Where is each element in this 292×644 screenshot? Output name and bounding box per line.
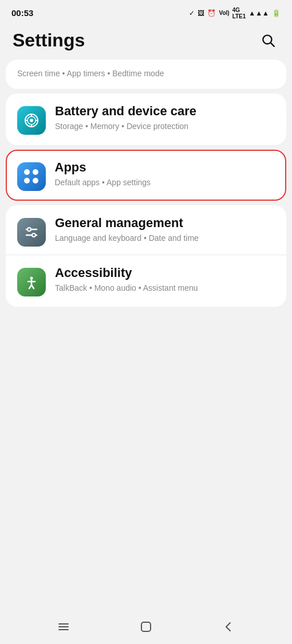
apps-item-text: Apps Default apps • App settings — [55, 160, 275, 189]
settings-item-general[interactable]: General management Language and keyboard… — [6, 205, 286, 255]
settings-item-accessibility[interactable]: Accessibility TalkBack • Mono audio • As… — [6, 255, 286, 307]
svg-line-1 — [271, 43, 274, 46]
settings-list: Screen time • App timers • Bedtime mode … — [0, 60, 292, 307]
settings-item-apps[interactable]: Apps Default apps • App settings — [6, 150, 286, 201]
vol-icon: Vol) — [219, 10, 229, 16]
recent-apps-icon — [57, 620, 70, 634]
lte-icon: 4GLTE1 — [232, 7, 246, 19]
battery-device-icon — [23, 112, 40, 128]
general-icon-wrapper — [17, 218, 46, 247]
general-item-title: General management — [55, 216, 275, 231]
accessibility-item-title: Accessibility — [55, 266, 275, 280]
battery-item-subtitle: Storage • Memory • Device protection — [55, 121, 275, 132]
general-item-text: General management Language and keyboard… — [55, 216, 275, 244]
home-button[interactable] — [133, 614, 159, 640]
settings-item-battery[interactable]: Battery and device care Storage • Memory… — [6, 93, 286, 145]
page-header: Settings — [0, 23, 292, 60]
settings-card-general-accessibility: General management Language and keyboard… — [6, 205, 286, 307]
battery-icon-wrapper — [17, 106, 46, 135]
apps-item-title: Apps — [55, 160, 275, 175]
apps-icon-wrapper — [17, 162, 46, 191]
apps-item-subtitle: Default apps • App settings — [55, 177, 275, 189]
battery-item-title: Battery and device care — [55, 104, 275, 119]
general-management-icon — [24, 225, 39, 240]
svg-point-10 — [27, 228, 31, 231]
signal-icon: ▲▲▲ — [248, 9, 269, 17]
accessibility-icon — [24, 275, 39, 290]
battery-item-text: Battery and device care Storage • Memory… — [55, 104, 275, 132]
general-item-subtitle: Language and keyboard • Date and time — [55, 233, 275, 244]
partial-card-digital-wellbeing[interactable]: Screen time • App timers • Bedtime mode — [6, 60, 286, 89]
recent-apps-button[interactable] — [51, 614, 76, 639]
page-title: Settings — [13, 30, 85, 51]
home-icon — [139, 619, 153, 634]
status-icons: ✓ 🖼 ⏰ Vol) 4GLTE1 ▲▲▲ 🔋 — [189, 7, 281, 19]
svg-point-12 — [32, 233, 35, 237]
checkbox-icon: ✓ — [189, 9, 195, 17]
image-icon: 🖼 — [198, 9, 204, 17]
partial-card-subtitle: Screen time • App timers • Bedtime mode — [17, 68, 275, 80]
status-bar: 00:53 ✓ 🖼 ⏰ Vol) 4GLTE1 ▲▲▲ 🔋 — [0, 0, 292, 23]
battery-icon: 🔋 — [272, 9, 281, 17]
svg-line-17 — [31, 285, 34, 288]
alarm-icon: ⏰ — [207, 9, 216, 17]
apps-grid-icon — [24, 169, 39, 184]
accessibility-item-subtitle: TalkBack • Mono audio • Assistant menu — [55, 283, 275, 294]
status-time: 00:53 — [11, 8, 33, 18]
nav-bar — [0, 610, 292, 644]
svg-point-4 — [30, 119, 33, 122]
back-icon — [222, 620, 235, 634]
search-button[interactable] — [257, 29, 279, 52]
search-icon — [261, 33, 275, 48]
back-button[interactable] — [216, 614, 241, 639]
accessibility-item-text: Accessibility TalkBack • Mono audio • As… — [55, 266, 275, 294]
accessibility-icon-wrapper — [17, 268, 46, 296]
svg-rect-21 — [141, 622, 151, 631]
